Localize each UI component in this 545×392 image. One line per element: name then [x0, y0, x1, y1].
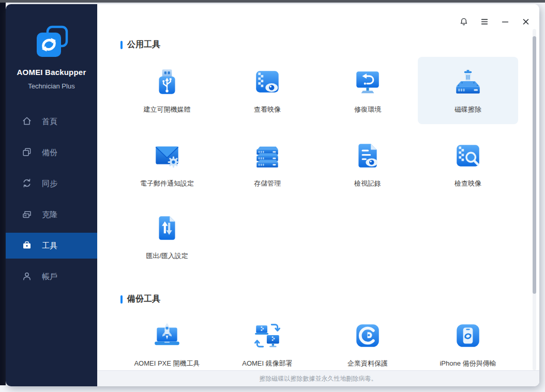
tool-label: AOMEI PXE 開機工具 [134, 359, 200, 368]
tool-row: 匯出/匯入設定 [117, 203, 217, 270]
document-eye-log-icon [353, 141, 383, 173]
sidebar-item-label: 帳戶 [42, 272, 57, 282]
monitor-restore-icon [353, 67, 383, 99]
toolbox-icon [22, 240, 32, 252]
minimize-icon[interactable] [500, 17, 510, 27]
background-left-edge [0, 3, 6, 385]
sync-icon [22, 178, 32, 190]
tool-disk-wipe[interactable]: 磁碟擦除 [418, 57, 518, 124]
tool-row: AOMEI PXE 開機工具 [117, 311, 518, 378]
home-icon [22, 116, 32, 128]
notification-bell-icon[interactable] [459, 17, 469, 27]
background-top-edge [0, 0, 545, 3]
section-title: 備份工具 [127, 294, 160, 305]
tool-label: 建立可開機媒體 [144, 105, 191, 114]
server-stack-icon [252, 141, 282, 173]
section-accent-bar [120, 41, 123, 49]
sidebar-item-sync[interactable]: 同步 [6, 168, 97, 199]
tool-label: 修復環境 [354, 105, 381, 114]
sidebar-item-tools[interactable]: 工具 [6, 233, 97, 259]
tool-image-deploy[interactable]: AOMEI 鏡像部署 [217, 311, 317, 378]
tool-row: 建立可開機媒體 查看映像 [117, 57, 518, 124]
status-text: 擦除磁碟以擦除數據並永久性地刪除病毒。 [260, 374, 377, 383]
sync-arrows-logo-icon [35, 25, 69, 61]
tool-pxe-boot[interactable]: AOMEI PXE 開機工具 [117, 311, 217, 378]
sidebar-item-label: 首頁 [42, 117, 57, 127]
sidebar-item-label: 工具 [42, 241, 57, 251]
tool-storage-management[interactable]: 存儲管理 [217, 131, 317, 198]
tool-recovery-environment[interactable]: 修復環境 [317, 57, 418, 124]
tool-label: 存儲管理 [254, 179, 281, 188]
tool-explore-image[interactable]: 查看映像 [217, 57, 317, 124]
tool-enterprise-data-protection[interactable]: 企業資料保護 [317, 311, 418, 378]
app-title: AOMEI Backupper [6, 68, 97, 77]
disk-wipe-trash-icon [453, 67, 483, 99]
tool-label: 磁碟擦除 [455, 105, 481, 114]
tool-email-notification[interactable]: 電子郵件通知設定 [117, 131, 217, 198]
main-content: 公用工具 [97, 4, 539, 386]
tool-import-export-settings[interactable]: 匯出/匯入設定 [117, 203, 217, 270]
close-icon[interactable] [521, 17, 531, 27]
section-title: 公用工具 [127, 39, 160, 50]
tool-check-image[interactable]: 檢查映像 [418, 131, 518, 198]
sidebar-item-label: 備份 [42, 148, 57, 158]
iphone-sync-icon [453, 321, 483, 353]
section-header-backup-tools: 備份工具 [120, 294, 160, 305]
zip-eye-explore-image-icon [252, 67, 282, 99]
tool-label: 檢查映像 [455, 179, 481, 188]
sidebar-item-account[interactable]: 帳戶 [6, 261, 97, 292]
sidebar-item-backup[interactable]: 備份 [6, 137, 97, 168]
mail-gear-icon [152, 141, 182, 173]
tool-iphone-backup-transfer[interactable]: iPhone 備份與傳輸 [418, 311, 518, 378]
backup-copy-icon [22, 147, 32, 159]
zip-magnifier-check-icon [453, 141, 483, 173]
usb-bootable-media-icon [152, 67, 182, 99]
section-accent-bar [120, 295, 123, 304]
cyber-backup-icon [353, 321, 383, 353]
tool-label: AOMEI 鏡像部署 [242, 359, 293, 368]
tool-label: 企業資料保護 [347, 359, 388, 368]
laptop-rocket-pxe-icon [152, 321, 182, 353]
scrollbar-thumb[interactable] [533, 36, 536, 294]
tool-view-logs[interactable]: 檢視記錄 [317, 131, 418, 198]
sidebar-item-label: 同步 [42, 179, 57, 189]
sidebar-item-clone[interactable]: 克隆 [6, 199, 97, 230]
app-edition: Technician Plus [6, 82, 97, 90]
clone-icon [22, 209, 32, 221]
app-window: AOMEI Backupper Technician Plus 首頁 [6, 4, 539, 386]
image-deploy-icon [252, 321, 282, 353]
tool-label: 查看映像 [254, 105, 281, 114]
tool-label: 電子郵件通知設定 [140, 179, 194, 188]
tool-row: 電子郵件通知設定 [117, 131, 518, 198]
menu-icon[interactable] [479, 17, 490, 27]
section-header-common-tools: 公用工具 [120, 39, 160, 50]
tool-label: 匯出/匯入設定 [146, 251, 188, 261]
tool-create-bootable-media[interactable]: 建立可開機媒體 [117, 57, 217, 124]
tool-label: iPhone 備份與傳輸 [440, 359, 496, 368]
sidebar-item-label: 克隆 [42, 210, 57, 220]
titlebar-controls [459, 17, 531, 27]
import-export-icon [152, 213, 182, 245]
status-bar: 擦除磁碟以擦除數據並永久性地刪除病毒。 [97, 370, 539, 386]
brand-block: AOMEI Backupper Technician Plus [6, 4, 97, 90]
sidebar-nav: 首頁 備份 同步 [6, 106, 97, 292]
tool-label: 檢視記錄 [354, 179, 381, 188]
sidebar-item-home[interactable]: 首頁 [6, 106, 97, 137]
account-icon [22, 271, 32, 283]
sidebar: AOMEI Backupper Technician Plus 首頁 [6, 4, 97, 386]
